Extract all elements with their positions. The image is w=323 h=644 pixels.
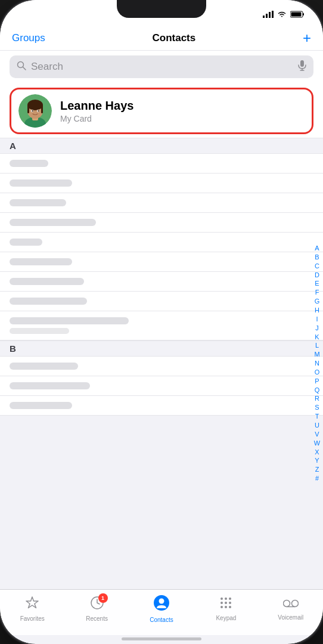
alpha-t[interactable]: T — [315, 412, 319, 421]
svg-rect-19 — [41, 105, 43, 113]
alpha-e[interactable]: E — [315, 279, 319, 288]
svg-point-17 — [27, 100, 43, 110]
phone-frame: 12:38 — [0, 0, 323, 644]
alpha-r[interactable]: R — [315, 394, 319, 403]
contacts-icon — [153, 595, 170, 615]
contacts-label: Contacts — [150, 617, 173, 623]
page-title: Contacts — [153, 32, 196, 44]
list-item[interactable] — [0, 357, 323, 376]
contacts-list: A — [0, 138, 323, 589]
list-item[interactable] — [0, 311, 323, 340]
alpha-i[interactable]: I — [316, 315, 318, 324]
svg-point-22 — [32, 110, 33, 112]
svg-rect-3 — [272, 11, 274, 18]
svg-point-36 — [283, 600, 290, 607]
section-header-b: B — [0, 340, 323, 357]
tab-voicemail[interactable]: Voicemail — [259, 597, 323, 621]
svg-point-27 — [220, 597, 223, 600]
list-item[interactable] — [0, 193, 323, 213]
list-item[interactable] — [0, 233, 323, 252]
alpha-j[interactable]: J — [315, 324, 319, 333]
recents-icon: 1 — [90, 596, 104, 614]
tab-favorites[interactable]: Favorites — [0, 596, 64, 622]
list-item[interactable] — [0, 396, 323, 416]
alpha-h[interactable]: H — [315, 306, 319, 315]
alpha-q[interactable]: Q — [315, 386, 320, 395]
alpha-c[interactable]: C — [315, 262, 319, 271]
svg-rect-9 — [300, 60, 304, 67]
search-icon — [17, 61, 26, 73]
alpha-w[interactable]: W — [314, 439, 320, 448]
list-item[interactable] — [0, 213, 323, 233]
svg-point-23 — [38, 110, 39, 112]
svg-point-33 — [220, 606, 223, 608]
svg-point-28 — [225, 597, 227, 600]
my-card-info: Leanne Hays My Card — [60, 99, 133, 123]
alpha-k[interactable]: K — [315, 333, 319, 342]
alpha-f[interactable]: F — [315, 288, 319, 297]
alpha-m[interactable]: M — [314, 350, 319, 359]
list-item[interactable] — [0, 376, 323, 396]
screen: 12:38 — [0, 0, 323, 644]
wifi-icon — [277, 11, 287, 18]
section-header-a: A — [0, 138, 323, 154]
notch — [117, 0, 206, 18]
list-item[interactable] — [0, 154, 323, 174]
svg-point-26 — [159, 599, 164, 604]
alpha-l[interactable]: L — [315, 341, 319, 350]
status-icons — [263, 11, 305, 18]
alpha-z[interactable]: Z — [315, 465, 319, 474]
svg-rect-18 — [27, 105, 29, 113]
alpha-p[interactable]: P — [315, 377, 319, 386]
tab-bar: Favorites 1 Recents — [0, 589, 323, 635]
tab-keypad[interactable]: Keypad — [194, 596, 258, 621]
svg-line-8 — [23, 67, 26, 70]
groups-button[interactable]: Groups — [12, 32, 45, 44]
alpha-s[interactable]: S — [315, 403, 319, 412]
list-item[interactable] — [0, 252, 323, 272]
voicemail-label: Voicemail — [278, 614, 303, 621]
nav-bar: Groups Contacts + — [0, 25, 323, 51]
alpha-hash[interactable]: # — [315, 474, 319, 483]
keypad-label: Keypad — [216, 615, 236, 621]
my-card-label: My Card — [60, 114, 133, 123]
signal-icon — [263, 11, 274, 18]
alphabet-index[interactable]: A B C D E F G H I J K L M N O P Q R S T — [311, 138, 323, 589]
favorites-label: Favorites — [20, 615, 45, 622]
search-input[interactable]: Search — [31, 61, 293, 73]
list-item[interactable] — [0, 292, 323, 311]
alpha-y[interactable]: Y — [315, 456, 319, 465]
svg-rect-1 — [266, 14, 268, 18]
recents-label: Recents — [86, 615, 108, 622]
alpha-u[interactable]: U — [315, 421, 319, 430]
tab-contacts[interactable]: Contacts — [129, 595, 194, 623]
svg-point-29 — [229, 597, 231, 600]
battery-icon — [290, 11, 305, 18]
svg-rect-6 — [291, 13, 301, 17]
svg-point-32 — [229, 602, 231, 604]
alpha-o[interactable]: O — [315, 368, 320, 377]
alpha-v[interactable]: V — [315, 430, 319, 439]
alpha-x[interactable]: X — [315, 448, 319, 457]
svg-rect-2 — [269, 12, 271, 18]
mic-icon[interactable] — [298, 60, 306, 73]
list-item[interactable] — [0, 272, 323, 292]
my-card-name: Leanne Hays — [60, 99, 133, 113]
alpha-b[interactable]: B — [315, 253, 319, 262]
alpha-g[interactable]: G — [315, 297, 320, 306]
svg-point-30 — [220, 602, 223, 604]
recents-badge: 1 — [98, 593, 108, 603]
list-item[interactable] — [0, 174, 323, 193]
alpha-d[interactable]: D — [315, 271, 319, 280]
search-bar[interactable]: Search — [10, 55, 313, 78]
keypad-icon — [219, 596, 232, 613]
home-indicator — [122, 637, 201, 640]
add-contact-button[interactable]: + — [303, 31, 311, 45]
alpha-n[interactable]: N — [315, 359, 319, 368]
tab-recents[interactable]: 1 Recents — [64, 596, 129, 622]
my-card[interactable]: Leanne Hays My Card — [10, 88, 313, 134]
alpha-a[interactable]: A — [315, 244, 319, 253]
svg-point-35 — [229, 606, 231, 608]
svg-rect-0 — [263, 16, 265, 18]
search-container: Search — [0, 51, 323, 84]
